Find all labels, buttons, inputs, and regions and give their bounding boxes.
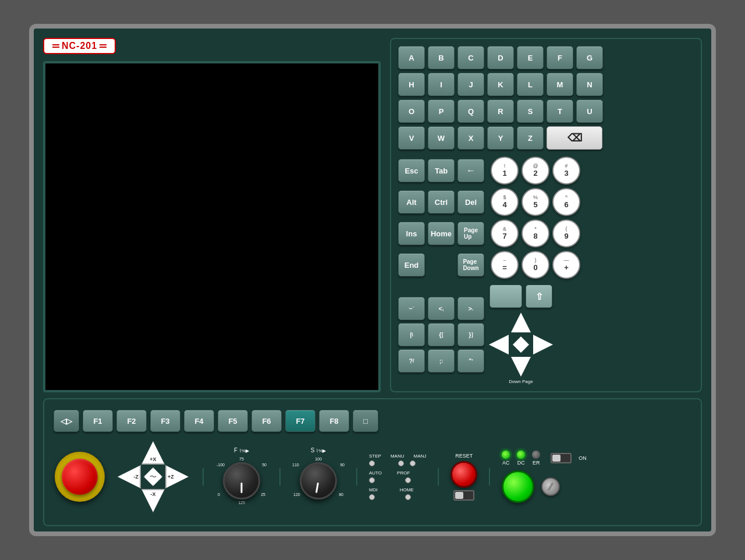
jog-minus-x[interactable]: -X (141, 489, 165, 512)
key-v[interactable]: V (398, 126, 425, 150)
estop-red-button[interactable] (62, 459, 98, 495)
key-o[interactable]: O (398, 100, 425, 123)
key-d[interactable]: D (487, 46, 514, 69)
key-g[interactable]: G (576, 46, 603, 69)
key-8[interactable]: *8 (522, 219, 549, 247)
key-pagedown[interactable]: PageDown (457, 253, 484, 277)
start-button[interactable] (502, 470, 534, 503)
key-quote[interactable]: "' (457, 349, 484, 373)
key-tilde[interactable]: ~` (398, 297, 425, 320)
key-a[interactable]: A (398, 46, 425, 69)
key-left-arrow[interactable]: ← (457, 159, 484, 182)
speed-knob[interactable] (297, 459, 340, 502)
key-4[interactable]: $4 (491, 188, 519, 216)
key-3[interactable]: #3 (552, 157, 580, 185)
key-t[interactable]: T (547, 100, 573, 123)
key-gt[interactable]: >. (457, 297, 484, 320)
key-n[interactable]: N (576, 73, 603, 96)
key-end[interactable]: End (398, 253, 425, 277)
key-l[interactable]: L (517, 73, 544, 96)
key-home[interactable]: Home (428, 222, 455, 245)
key-c[interactable]: C (457, 46, 484, 69)
key-alt[interactable]: Alt (398, 190, 425, 214)
key-j[interactable]: J (457, 73, 484, 96)
key-h[interactable]: H (398, 73, 425, 96)
key-ctrl[interactable]: Ctrl (428, 190, 455, 214)
fkey-f1[interactable]: F1 (83, 410, 113, 432)
special-row-4: End PageDown −= )0 —+ (398, 251, 694, 279)
jog-plus-z[interactable]: +Z (165, 465, 189, 488)
key-2[interactable]: @2 (522, 157, 549, 185)
key-6[interactable]: ^6 (552, 188, 580, 216)
key-pipe[interactable]: |\ (398, 323, 425, 346)
right-panel: AC DC ER ON (502, 451, 587, 503)
key-7[interactable]: &7 (491, 219, 519, 247)
key-backspace[interactable]: ⌫ (547, 126, 602, 150)
key-r[interactable]: R (487, 100, 514, 123)
reset-button[interactable] (450, 461, 477, 488)
nav-right-button[interactable] (533, 335, 553, 355)
key-q[interactable]: Q (457, 100, 484, 123)
key-lbrace[interactable]: {[ (428, 323, 455, 346)
key-switch[interactable] (541, 477, 560, 496)
fkey-f2[interactable]: F2 (116, 410, 147, 432)
key-question[interactable]: ?/ (398, 349, 425, 373)
mode-auto[interactable] (369, 477, 375, 483)
feed-knob[interactable] (223, 462, 260, 499)
key-pageup[interactable]: PageUp (457, 222, 484, 245)
fkey-left-arrow[interactable]: ◁▷ (54, 410, 79, 432)
key-ins[interactable]: Ins (398, 222, 425, 245)
key-shift-right[interactable]: ⇧ (526, 285, 552, 308)
mode-home-label: HOME (400, 487, 414, 492)
fkey-f4[interactable]: F4 (184, 410, 214, 432)
key-u[interactable]: U (576, 100, 603, 123)
fkey-f8[interactable]: F8 (319, 410, 349, 432)
key-tab[interactable]: Tab (428, 159, 455, 182)
key-semicolon[interactable]: ;: (428, 349, 455, 373)
key-minus[interactable]: −= (491, 251, 519, 279)
key-lt[interactable]: <, (428, 297, 455, 320)
jog-minus-z[interactable]: -Z (118, 465, 141, 488)
mode-prof[interactable] (405, 477, 411, 483)
key-i[interactable]: I (428, 73, 455, 96)
key-1[interactable]: !1 (491, 157, 519, 185)
key-b[interactable]: B (428, 46, 455, 69)
mode-home[interactable] (405, 494, 411, 500)
nav-up-button[interactable] (511, 313, 531, 332)
power-toggle[interactable] (551, 453, 572, 463)
key-w[interactable]: W (428, 126, 455, 150)
key-y[interactable]: Y (487, 126, 514, 150)
key-9[interactable]: (9 (552, 219, 580, 247)
fkey-f3[interactable]: F3 (150, 410, 180, 432)
fkey-box[interactable]: □ (353, 410, 378, 432)
mode-mdi[interactable] (369, 494, 375, 500)
mode-manj[interactable] (410, 460, 416, 466)
separator-3 (356, 468, 357, 485)
key-z[interactable]: Z (517, 126, 544, 150)
jog-plus-x[interactable]: +X (141, 441, 165, 465)
key-rbrace[interactable]: }] (457, 323, 484, 346)
key-s[interactable]: S (517, 100, 544, 123)
key-p[interactable]: P (428, 100, 455, 123)
key-k[interactable]: K (487, 73, 514, 96)
key-5[interactable]: %5 (522, 188, 549, 216)
key-0[interactable]: )0 (522, 251, 549, 279)
key-x[interactable]: X (457, 126, 484, 150)
nav-center-button[interactable] (513, 336, 529, 353)
key-shift-left[interactable] (489, 285, 522, 308)
nav-left-button[interactable] (489, 335, 509, 355)
key-f[interactable]: F (547, 46, 573, 69)
mode-manu[interactable] (398, 460, 404, 466)
fkey-f5[interactable]: F5 (218, 410, 248, 432)
mode-step[interactable] (369, 460, 375, 466)
key-e[interactable]: E (517, 46, 544, 69)
jog-center[interactable] (144, 467, 162, 486)
key-m[interactable]: M (547, 73, 573, 96)
fkey-f6[interactable]: F6 (251, 410, 282, 432)
fkey-f7[interactable]: F7 (285, 410, 315, 432)
nav-down-button[interactable] (511, 357, 531, 377)
key-esc[interactable]: Esc (398, 159, 425, 182)
key-plus[interactable]: —+ (552, 251, 580, 279)
key-del[interactable]: Del (457, 190, 484, 214)
reset-toggle[interactable] (453, 490, 474, 501)
